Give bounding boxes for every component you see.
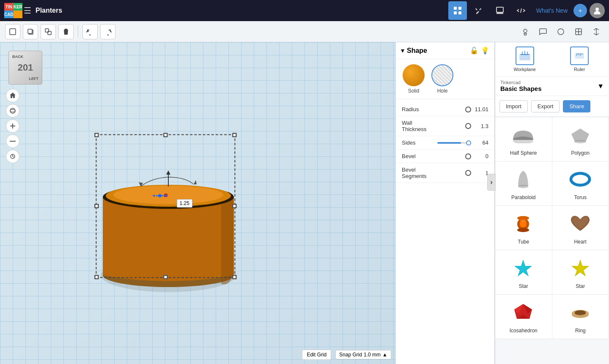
workplane-tool[interactable]: Workplane bbox=[499, 47, 550, 72]
radius-label: Radius bbox=[402, 106, 465, 112]
shape-star-yellow[interactable]: Star bbox=[552, 250, 609, 295]
tools-btn[interactable] bbox=[469, 1, 488, 20]
redo-button[interactable] bbox=[100, 24, 115, 39]
torus-icon bbox=[568, 167, 593, 192]
import-button[interactable]: Import bbox=[499, 100, 528, 112]
shape-panel-title: Shape bbox=[407, 47, 467, 55]
circle-icon[interactable] bbox=[553, 24, 568, 39]
app-logo[interactable]: TIN KER CAD bbox=[4, 3, 19, 18]
lib-expand-button[interactable]: ▼ bbox=[597, 82, 604, 90]
delete-tool[interactable] bbox=[58, 24, 74, 39]
shape-paraboloid[interactable]: Paraboloid bbox=[495, 161, 552, 206]
hamburger-icon[interactable]: ☰ bbox=[24, 5, 31, 16]
panel-collapse-button[interactable]: › bbox=[487, 174, 496, 191]
svg-point-48 bbox=[571, 173, 590, 185]
edit-grid-button[interactable]: Edit Grid bbox=[302, 350, 331, 360]
shape-half-sphere[interactable]: Half Sphere bbox=[495, 117, 552, 161]
collapse-arrow-icon: › bbox=[490, 178, 492, 186]
cube-back-label: BACK bbox=[12, 55, 23, 59]
shape-tube[interactable]: Tube bbox=[495, 206, 552, 250]
paraboloid-icon bbox=[511, 167, 536, 192]
zoom-in-btn[interactable] bbox=[6, 119, 19, 133]
icosahedron-icon bbox=[511, 300, 536, 325]
cube-face[interactable]: BACK 201 LEFT bbox=[8, 51, 42, 85]
top-navbar: TIN KER CAD ☰ Planters bbox=[0, 0, 609, 21]
solid-selector[interactable]: Solid bbox=[403, 64, 425, 94]
bevel-control: 0 bbox=[465, 153, 488, 159]
lock-icon[interactable]: 🔓 bbox=[470, 47, 478, 55]
bevel-segments-value[interactable]: 1 bbox=[474, 170, 488, 176]
svg-rect-5 bbox=[497, 13, 503, 14]
lib-header-left: Tinkercad Basic Shapes bbox=[500, 80, 597, 92]
bevel-value[interactable]: 0 bbox=[474, 153, 488, 159]
select-tool[interactable] bbox=[5, 24, 20, 39]
bevel-prop: Bevel 0 bbox=[396, 150, 494, 163]
zoom-out-btn[interactable] bbox=[6, 134, 19, 148]
svg-rect-9 bbox=[28, 29, 32, 33]
light-icon[interactable] bbox=[518, 24, 533, 39]
measure-value: 1.25 bbox=[180, 200, 189, 206]
wall-thickness-value[interactable]: 1.3 bbox=[474, 123, 488, 129]
heart-icon bbox=[568, 211, 593, 236]
radius-toggle[interactable] bbox=[465, 107, 471, 112]
lib-header: Tinkercad Basic Shapes ▼ bbox=[495, 77, 609, 96]
svg-point-45 bbox=[574, 140, 586, 143]
shape-star-cyan[interactable]: Star bbox=[495, 250, 552, 295]
undo-button[interactable] bbox=[82, 24, 98, 39]
snap-grid-control[interactable]: Snap Grid 1.0 mm ▲ bbox=[335, 350, 391, 359]
wall-thickness-toggle[interactable] bbox=[465, 123, 471, 129]
shape-ring[interactable]: Ring bbox=[552, 295, 609, 339]
svg-rect-34 bbox=[521, 54, 529, 55]
whats-new-button[interactable]: What's New bbox=[533, 7, 571, 14]
avatar[interactable] bbox=[590, 3, 605, 18]
sides-slider-thumb[interactable] bbox=[466, 140, 471, 145]
bevel-toggle[interactable] bbox=[465, 153, 471, 159]
grid-view-btn[interactable] bbox=[448, 1, 467, 20]
ruler-tool[interactable]: Ruler bbox=[554, 47, 605, 72]
reset-view-btn[interactable] bbox=[6, 150, 19, 163]
orbit-btn[interactable] bbox=[6, 104, 19, 118]
sides-value[interactable]: 64 bbox=[474, 140, 488, 146]
svg-rect-38 bbox=[575, 53, 584, 58]
planter-object-area[interactable]: 1.25 bbox=[34, 85, 302, 339]
logo-ker: KER bbox=[14, 3, 22, 11]
sides-slider[interactable] bbox=[437, 142, 471, 144]
mirror-icon[interactable] bbox=[589, 24, 604, 39]
radius-value[interactable]: 11.01 bbox=[474, 106, 488, 112]
shape-torus[interactable]: Torus bbox=[552, 161, 609, 206]
project-name[interactable]: Planters bbox=[36, 7, 444, 14]
shapes-library: Workplane Ruler Tinkercad B bbox=[495, 42, 609, 364]
star-cyan-label: Star bbox=[519, 283, 528, 289]
svg-point-46 bbox=[518, 185, 528, 188]
3d-viewport[interactable]: BACK 201 LEFT bbox=[0, 42, 395, 364]
star-yellow-label: Star bbox=[576, 283, 585, 289]
shape-heart[interactable]: Heart bbox=[552, 206, 609, 250]
bulb-icon[interactable]: 💡 bbox=[481, 47, 489, 55]
snap-grid-arrow[interactable]: ▲ bbox=[382, 352, 387, 358]
shape-icosahedron[interactable]: Icosahedron bbox=[495, 295, 552, 339]
view-controls bbox=[6, 89, 19, 163]
code-btn[interactable] bbox=[512, 1, 530, 20]
bevel-segments-control: 1 bbox=[465, 170, 488, 176]
duplicate-tool[interactable] bbox=[41, 24, 56, 39]
nav-right: What's New + bbox=[448, 1, 605, 20]
ruler-label: Ruler bbox=[574, 67, 585, 72]
copy-tool[interactable] bbox=[23, 24, 38, 39]
shape-panel-collapse[interactable]: ▾ bbox=[401, 47, 404, 55]
svg-rect-2 bbox=[454, 11, 457, 14]
shape-polygon[interactable]: Polygon bbox=[552, 117, 609, 161]
comment-icon[interactable] bbox=[535, 24, 551, 39]
svg-rect-4 bbox=[497, 7, 503, 12]
add-user-button[interactable]: + bbox=[573, 4, 587, 17]
home-view-btn[interactable] bbox=[6, 89, 19, 102]
grid-icon[interactable] bbox=[571, 24, 586, 39]
svg-rect-3 bbox=[458, 11, 461, 14]
bevel-segments-toggle[interactable] bbox=[465, 170, 471, 176]
shape-panel-header: ▾ Shape 🔓 💡 bbox=[396, 42, 494, 59]
svg-marker-28 bbox=[166, 170, 170, 175]
share-button[interactable]: Share bbox=[563, 100, 590, 112]
gallery-btn[interactable] bbox=[491, 1, 509, 20]
cube-navigator[interactable]: BACK 201 LEFT bbox=[8, 51, 42, 85]
hole-selector[interactable]: Hole bbox=[431, 64, 453, 94]
export-button[interactable]: Export bbox=[531, 100, 560, 112]
